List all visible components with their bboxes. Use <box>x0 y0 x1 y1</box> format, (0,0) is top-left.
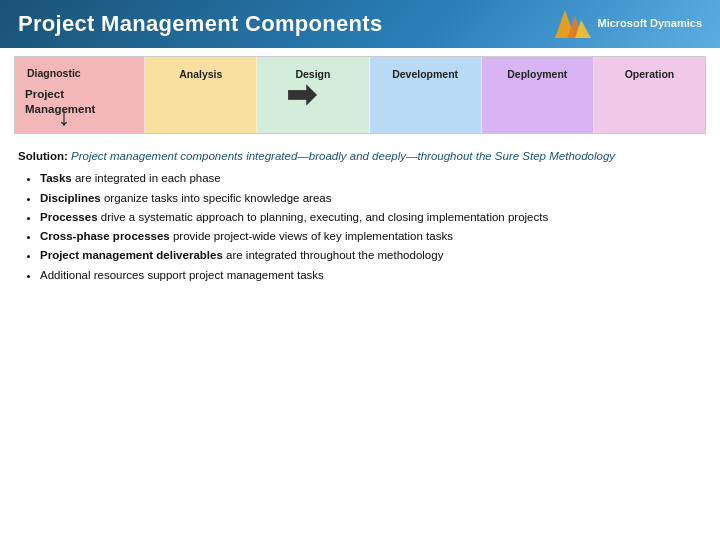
phase-bar-wrapper: Diagnostic Project Management ↓ Analysis… <box>14 56 706 134</box>
phase-bar: Diagnostic Project Management ↓ Analysis… <box>14 56 706 134</box>
phase-label-deployment: Deployment <box>482 63 593 82</box>
list-item: Processes drive a systematic approach to… <box>40 209 702 226</box>
solution-bold-label: Solution: <box>18 150 68 162</box>
phase-cell-development: Development <box>370 57 482 133</box>
phase-cell-operation: Operation <box>594 57 705 133</box>
solution-text: Project management components integrated… <box>68 150 615 162</box>
content-area: Solution: Project management components … <box>0 138 720 294</box>
list-item: Cross-phase processes provide project-wi… <box>40 228 702 245</box>
phase-container: Diagnostic Project Management ↓ Analysis… <box>0 48 720 138</box>
right-arrow-icon: ➡ <box>286 74 316 116</box>
phase-cell-analysis: Analysis ➡ <box>145 57 257 133</box>
list-item: Project management deliverables are inte… <box>40 247 702 264</box>
bullet-list: Tasks are integrated in each phase Disci… <box>18 170 702 284</box>
solution-line: Solution: Project management components … <box>18 148 702 165</box>
phase-cell-diagnostic: Diagnostic Project Management ↓ <box>15 57 145 133</box>
list-item: Additional resources support project man… <box>40 267 702 284</box>
page-title: Project Management Components <box>18 11 382 37</box>
list-item: Disciplines organize tasks into specific… <box>40 190 702 207</box>
ms-dynamics-logo-icon <box>555 10 591 38</box>
logo-text: Microsoft Dynamics <box>597 17 702 30</box>
list-item: Tasks are integrated in each phase <box>40 170 702 187</box>
header: Project Management Components Microsoft … <box>0 0 720 48</box>
phase-label-operation: Operation <box>594 63 705 82</box>
phase-label-development: Development <box>370 63 481 82</box>
down-arrow-icon: ↓ <box>58 103 71 129</box>
phase-cell-deployment: Deployment <box>482 57 594 133</box>
phase-label-analysis: Analysis <box>145 63 256 82</box>
phase-label-diagnostic: Diagnostic <box>25 62 136 81</box>
logo-area: Microsoft Dynamics <box>555 10 702 38</box>
